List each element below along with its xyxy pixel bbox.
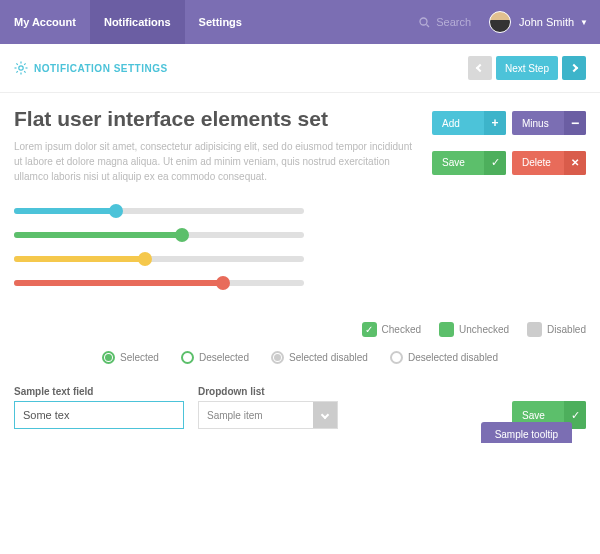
next-step-button[interactable]: Next Step (496, 56, 558, 80)
add-button[interactable]: Add+ (432, 111, 506, 135)
slider-handle[interactable] (109, 204, 123, 218)
user-menu[interactable]: John Smith ▼ (489, 11, 588, 33)
top-nav: My Account Notifications Settings Search… (0, 0, 600, 44)
radio-icon (390, 351, 403, 364)
tooltip-bottom: Sample tooltip (481, 422, 572, 443)
radio-selected-disabled: Selected disabled (271, 351, 368, 364)
svg-point-2 (19, 66, 23, 70)
description-text: Lorem ipsum dolor sit amet, consectetur … (14, 139, 416, 184)
checkbox-icon: ✓ (362, 322, 377, 337)
avatar (489, 11, 511, 33)
radio-icon (271, 351, 284, 364)
nav-my-account[interactable]: My Account (0, 0, 90, 44)
search-icon (419, 17, 430, 28)
dropdown-label: Dropdown list (198, 386, 338, 397)
checkbox-checked[interactable]: ✓Checked (362, 322, 421, 337)
plus-icon: + (484, 111, 506, 135)
stepper: Next Step (468, 56, 586, 80)
cross-icon: ✕ (564, 151, 586, 175)
save-button[interactable]: Save✓ (432, 151, 506, 175)
checkbox-unchecked[interactable]: Unchecked (439, 322, 509, 337)
radio-row: Selected Deselected Selected disabled De… (14, 351, 586, 364)
svg-line-9 (16, 71, 17, 72)
radio-deselected-disabled: Deselected disabled (390, 351, 498, 364)
gear-icon (14, 61, 28, 75)
svg-line-7 (16, 63, 17, 64)
nav-notifications[interactable]: Notifications (90, 0, 185, 44)
text-field-label: Sample text field (14, 386, 184, 397)
chevron-down-icon (313, 402, 337, 428)
next-step-arrow-button[interactable] (562, 56, 586, 80)
text-field[interactable] (14, 401, 184, 429)
sliders-group (14, 208, 304, 304)
delete-button[interactable]: Delete✕ (512, 151, 586, 175)
checkbox-row: ✓Checked Unchecked Disabled (14, 322, 586, 337)
svg-line-1 (427, 24, 430, 27)
checkbox-icon (527, 322, 542, 337)
chevron-right-icon (570, 64, 578, 72)
svg-point-0 (420, 18, 427, 25)
checkbox-disabled: Disabled (527, 322, 586, 337)
action-buttons: Add+ Minus− Save✓ Delete✕ (432, 111, 586, 184)
radio-icon (181, 351, 194, 364)
page-title: Flat user interface elements set (14, 107, 416, 131)
svg-line-10 (24, 63, 25, 64)
dropdown[interactable]: Sample item (198, 401, 338, 429)
slider-1[interactable] (14, 208, 304, 214)
check-icon: ✓ (484, 151, 506, 175)
prev-step-button[interactable] (468, 56, 492, 80)
search-input[interactable]: Search (419, 16, 471, 28)
sub-header: NOTIFICATION SETTINGS Next Step (0, 44, 600, 93)
minus-button[interactable]: Minus− (512, 111, 586, 135)
slider-3[interactable] (14, 256, 304, 262)
slider-handle[interactable] (138, 252, 152, 266)
slider-handle[interactable] (216, 276, 230, 290)
chevron-left-icon (476, 64, 484, 72)
nav-settings[interactable]: Settings (185, 0, 256, 44)
minus-icon: − (564, 111, 586, 135)
slider-handle[interactable] (175, 228, 189, 242)
slider-2[interactable] (14, 232, 304, 238)
caret-down-icon: ▼ (580, 18, 588, 27)
user-name: John Smith (519, 16, 574, 28)
radio-selected[interactable]: Selected (102, 351, 159, 364)
radio-icon (102, 351, 115, 364)
checkbox-icon (439, 322, 454, 337)
search-label: Search (436, 16, 471, 28)
radio-deselected[interactable]: Deselected (181, 351, 249, 364)
page-subtitle: NOTIFICATION SETTINGS (14, 61, 168, 75)
svg-line-8 (24, 71, 25, 72)
slider-4[interactable] (14, 280, 304, 286)
